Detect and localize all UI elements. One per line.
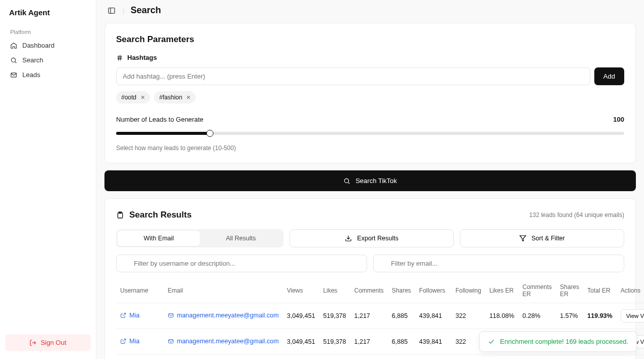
followers-cell: 439,841: [415, 329, 452, 355]
comments-er-cell: 0.28%: [518, 303, 556, 329]
chip-remove-icon[interactable]: ✕: [140, 94, 145, 101]
email-link[interactable]: management.meeyatee@gmail.com: [168, 312, 279, 319]
svg-line-11: [348, 182, 350, 184]
hashtags-label: Hashtags: [127, 54, 157, 61]
slider-fill: [116, 132, 210, 135]
table-row: Miamanagement.meeyatee@gmail.com3,049,45…: [116, 303, 644, 329]
search-tiktok-button[interactable]: Search TikTok: [104, 170, 636, 191]
svg-line-19: [123, 313, 126, 316]
svg-line-8: [119, 55, 119, 60]
following-cell: 322: [451, 303, 485, 329]
chip-label: #fashion: [159, 94, 182, 101]
search-icon: [343, 177, 350, 185]
tab-all-results[interactable]: All Results: [200, 231, 282, 246]
filter-username-input[interactable]: [116, 255, 367, 272]
likes-cell: 519,378: [319, 329, 350, 355]
email-text: management.meeyatee@gmail.com: [177, 338, 279, 345]
followers-cell: 1,472,794: [415, 355, 452, 360]
hashtag-chip[interactable]: #fashion ✕: [154, 91, 196, 103]
add-hashtag-button[interactable]: Add: [594, 67, 624, 85]
username-link[interactable]: Mia: [120, 312, 139, 319]
total-er-cell: 16.81%: [583, 355, 616, 360]
col-username: Username: [116, 278, 164, 303]
svg-line-21: [123, 339, 126, 342]
mail-icon: [10, 71, 17, 79]
nav-label: Search: [22, 56, 43, 64]
col-actions: Actions: [617, 278, 644, 303]
col-shares: Shares: [388, 278, 415, 303]
following-cell: 106: [451, 355, 485, 360]
main-content: | Search Search Parameters Hashtags Add …: [96, 0, 644, 359]
col-shares-er: Shares ER: [556, 278, 583, 303]
col-email: Email: [164, 278, 283, 303]
nav-leads[interactable]: Leads: [5, 67, 91, 82]
mail-icon: [168, 338, 174, 344]
signout-button[interactable]: Sign Out: [5, 334, 91, 351]
page-title: Search: [130, 5, 161, 16]
search-button-label: Search TikTok: [355, 177, 397, 185]
export-results-button[interactable]: Export Results: [290, 229, 454, 247]
hashtag-chip[interactable]: #ootd ✕: [116, 91, 150, 103]
nav-search[interactable]: Search: [5, 53, 91, 67]
col-comments-er: Comments ER: [518, 278, 556, 303]
external-link-icon: [120, 312, 126, 318]
email-text: management.meeyatee@gmail.com: [177, 312, 279, 319]
likes-cell: 519,378: [319, 303, 350, 329]
nav-dashboard[interactable]: Dashboard: [5, 38, 91, 53]
results-summary: 132 leads found (64 unique emails): [529, 211, 624, 219]
username-link[interactable]: Mia: [120, 338, 139, 345]
signout-icon: [29, 339, 37, 346]
svg-marker-15: [520, 236, 526, 241]
comments-cell: 1,217: [350, 329, 388, 355]
likes-er-cell: 118.08%: [485, 303, 518, 329]
shares-cell: 6,885: [388, 303, 415, 329]
col-total-er: Total ER: [583, 278, 616, 303]
leads-slider[interactable]: [116, 130, 624, 136]
slider-help: Select how many leads to generate (10-50…: [116, 145, 624, 152]
tab-with-email[interactable]: With Email: [118, 231, 200, 246]
download-icon: [345, 235, 352, 242]
sidebar: Artik Agent Platform Dashboard Search Le…: [0, 0, 96, 359]
search-icon: [10, 57, 17, 64]
shares-cell: 6,885: [388, 329, 415, 355]
comments-er-cell: 0.10%: [518, 355, 556, 360]
svg-line-1: [15, 61, 17, 63]
svg-point-0: [11, 58, 15, 62]
sidebar-section-label: Platform: [5, 26, 91, 38]
filter-email-input[interactable]: [373, 255, 624, 272]
slider-value: 100: [613, 116, 624, 123]
shares-cell: 4,120: [388, 355, 415, 360]
sort-filter-button[interactable]: Sort & Filter: [460, 229, 624, 247]
export-label: Export Results: [357, 235, 398, 242]
chip-remove-icon[interactable]: ✕: [186, 94, 191, 101]
table-row: ⁺ 𝐃𝐀𝐕𝐈 ⁺dlxt.promo@gmail.com2,160,612241…: [116, 355, 644, 360]
view-videos-button[interactable]: View Videos: [621, 309, 644, 322]
results-title: Search Results: [129, 210, 192, 220]
clipboard-icon: [116, 211, 124, 219]
signout-label: Sign Out: [41, 339, 66, 346]
email-link[interactable]: management.meeyatee@gmail.com: [168, 338, 279, 345]
col-followers: Followers: [415, 278, 452, 303]
col-comments: Comments: [350, 278, 388, 303]
slider-label: Number of Leads to Generate: [116, 116, 203, 123]
sort-label: Sort & Filter: [531, 235, 565, 242]
hashtag-chips: #ootd ✕ #fashion ✕: [116, 91, 624, 103]
params-title: Search Parameters: [116, 34, 624, 45]
home-icon: [10, 42, 17, 49]
nav-label: Leads: [22, 71, 40, 79]
total-er-cell: 119.93%: [583, 303, 616, 329]
sidebar-toggle-button[interactable]: [106, 6, 117, 16]
username-text: Mia: [129, 338, 139, 345]
filter-icon: [519, 235, 526, 242]
hashtag-input[interactable]: [116, 67, 590, 85]
table-header-row: Username Email Views Likes Comments Shar…: [116, 278, 644, 303]
comments-cell: 1,217: [350, 303, 388, 329]
topbar-divider: |: [123, 7, 124, 14]
views-cell: 2,160,612: [283, 355, 319, 360]
views-cell: 3,049,451: [283, 329, 319, 355]
toast-text: Enrichment complete! 169 leads processed…: [500, 338, 628, 345]
slider-thumb[interactable]: [206, 130, 213, 137]
svg-line-9: [120, 55, 121, 60]
check-icon: [488, 338, 495, 345]
external-link-icon: [120, 338, 126, 344]
